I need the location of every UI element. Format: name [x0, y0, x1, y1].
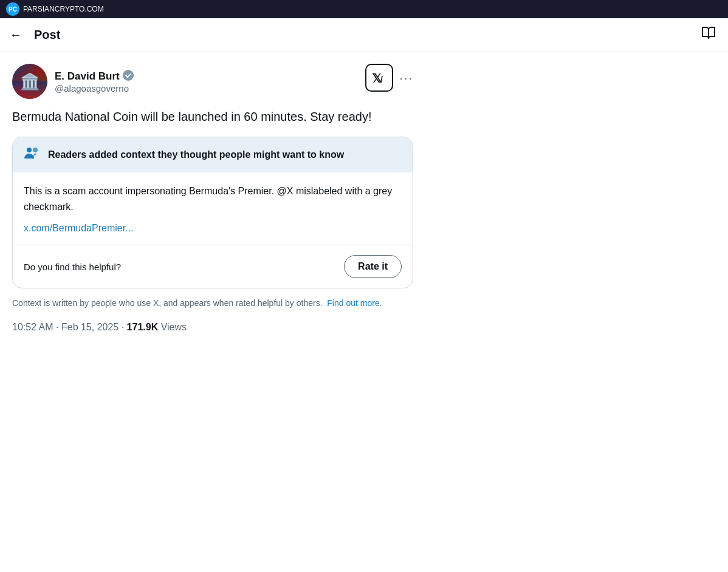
- page-header: ← Post: [0, 18, 728, 52]
- views-count: 171.9K: [127, 322, 159, 332]
- verified-badge-icon: [123, 70, 134, 83]
- post-time: 10:52 AM: [12, 322, 53, 332]
- svg-point-4: [33, 148, 38, 152]
- watermark-text: PARSIANCRYPTO.COM: [23, 5, 104, 13]
- watermark-bar: PC PARSIANCRYPTO.COM: [0, 0, 728, 18]
- author-row: 🏛️ E. David Burt @alagoasgoverno: [12, 64, 413, 99]
- timestamp: 10:52 AM · Feb 15, 2025 · 171.9K Views: [12, 322, 413, 333]
- context-text: Context is written by people who use X, …: [12, 297, 413, 310]
- author-handle[interactable]: @alagoasgoverno: [55, 83, 134, 94]
- xi-badge-button[interactable]: 𝕏 /: [365, 64, 393, 92]
- page-title: Post: [34, 28, 60, 42]
- context-text-content: Context is written by people who use X, …: [12, 298, 323, 308]
- note-footer: Do you find this helpful? Rate it: [13, 245, 413, 288]
- book-icon[interactable]: [701, 26, 716, 44]
- author-info: E. David Burt @alagoasgoverno: [55, 70, 134, 94]
- author-name-row: E. David Burt: [55, 70, 134, 83]
- views-label: Views: [161, 322, 187, 332]
- header-left: ← Post: [10, 28, 60, 42]
- main-content: 🏛️ E. David Burt @alagoasgoverno: [0, 52, 425, 345]
- timestamp-separator2: ·: [122, 322, 127, 332]
- watermark-logo: PC: [6, 2, 19, 16]
- svg-point-0: [123, 70, 134, 81]
- note-header-text: Readers added context they thought peopl…: [48, 149, 344, 160]
- find-out-more-link[interactable]: Find out more.: [327, 298, 382, 308]
- note-header: Readers added context they thought peopl…: [13, 137, 413, 172]
- rate-it-button[interactable]: Rate it: [344, 255, 402, 278]
- avatar[interactable]: 🏛️: [12, 64, 47, 99]
- note-body: This is a scam account impersonating Ber…: [13, 172, 413, 245]
- author-actions: 𝕏 / ···: [365, 64, 413, 92]
- readers-icon: [24, 146, 41, 164]
- svg-point-3: [27, 148, 32, 152]
- note-link[interactable]: x.com/BermudaPremier...: [24, 223, 134, 233]
- community-note-card: Readers added context they thought peopl…: [12, 137, 413, 288]
- post-text: Bermuda National Coin will be launched i…: [12, 107, 413, 126]
- note-footer-question: Do you find this helpful?: [24, 262, 121, 272]
- author-name[interactable]: E. David Burt: [55, 70, 120, 83]
- note-body-text: This is a scam account impersonating Ber…: [24, 183, 402, 214]
- more-options-button[interactable]: ···: [399, 71, 413, 85]
- svg-text:/: /: [380, 75, 383, 84]
- author-left: 🏛️ E. David Burt @alagoasgoverno: [12, 64, 134, 99]
- post-date: Feb 15, 2025: [61, 322, 118, 332]
- back-button[interactable]: ←: [10, 28, 22, 42]
- timestamp-separator: ·: [56, 322, 61, 332]
